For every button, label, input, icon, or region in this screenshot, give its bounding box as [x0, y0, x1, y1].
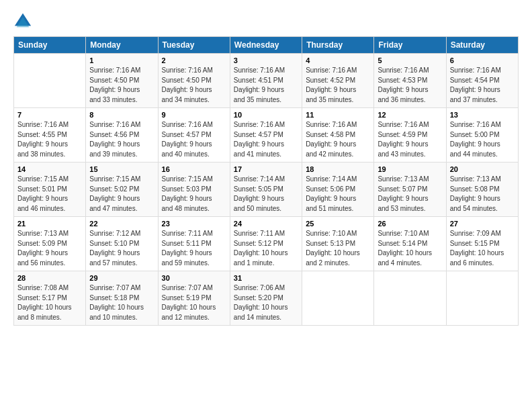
day-detail: Sunrise: 7:14 AM Sunset: 5:05 PM Dayligh… [234, 175, 298, 214]
week-row-3: 14Sunrise: 7:15 AM Sunset: 5:01 PM Dayli… [14, 163, 519, 217]
day-detail: Sunrise: 7:16 AM Sunset: 4:52 PM Dayligh… [306, 66, 370, 105]
calendar-body: 1Sunrise: 7:16 AM Sunset: 4:50 PM Daylig… [14, 54, 519, 326]
calendar-cell: 30Sunrise: 7:07 AM Sunset: 5:19 PM Dayli… [158, 271, 230, 326]
calendar-cell: 8Sunrise: 7:16 AM Sunset: 4:56 PM Daylig… [86, 108, 158, 163]
day-number: 2 [162, 56, 226, 64]
calendar-cell: 9Sunrise: 7:16 AM Sunset: 4:57 PM Daylig… [158, 108, 230, 163]
day-number: 3 [234, 56, 298, 64]
day-detail: Sunrise: 7:07 AM Sunset: 5:18 PM Dayligh… [89, 283, 154, 322]
calendar-cell: 29Sunrise: 7:07 AM Sunset: 5:18 PM Dayli… [86, 271, 158, 326]
day-detail: Sunrise: 7:15 AM Sunset: 5:03 PM Dayligh… [162, 175, 226, 214]
day-detail: Sunrise: 7:15 AM Sunset: 5:02 PM Dayligh… [89, 175, 154, 214]
day-number: 1 [89, 56, 154, 64]
day-number: 23 [162, 220, 226, 228]
calendar-cell: 11Sunrise: 7:16 AM Sunset: 4:58 PM Dayli… [302, 108, 374, 163]
day-detail: Sunrise: 7:06 AM Sunset: 5:20 PM Dayligh… [234, 283, 298, 322]
day-number: 13 [450, 111, 515, 119]
day-detail: Sunrise: 7:16 AM Sunset: 4:54 PM Dayligh… [450, 66, 515, 105]
calendar-cell: 27Sunrise: 7:09 AM Sunset: 5:15 PM Dayli… [446, 217, 518, 271]
column-header-sunday: Sunday [14, 37, 86, 54]
day-detail: Sunrise: 7:10 AM Sunset: 5:13 PM Dayligh… [306, 229, 370, 268]
calendar-cell: 17Sunrise: 7:14 AM Sunset: 5:05 PM Dayli… [230, 163, 302, 217]
day-detail: Sunrise: 7:11 AM Sunset: 5:11 PM Dayligh… [162, 229, 226, 268]
day-number: 26 [378, 220, 442, 228]
column-header-thursday: Thursday [302, 37, 374, 54]
day-number: 12 [378, 111, 442, 119]
day-number: 19 [378, 165, 442, 173]
day-number: 21 [17, 220, 82, 228]
calendar-cell: 6Sunrise: 7:16 AM Sunset: 4:54 PM Daylig… [446, 54, 518, 108]
day-number: 24 [234, 220, 298, 228]
day-number: 7 [17, 111, 82, 119]
calendar-cell: 25Sunrise: 7:10 AM Sunset: 5:13 PM Dayli… [302, 217, 374, 271]
column-header-friday: Friday [374, 37, 446, 54]
calendar-cell [446, 271, 518, 326]
logo-icon [13, 12, 32, 31]
day-number: 9 [162, 111, 226, 119]
day-number: 30 [162, 274, 226, 282]
calendar-cell: 4Sunrise: 7:16 AM Sunset: 4:52 PM Daylig… [302, 54, 374, 108]
day-number: 22 [89, 220, 154, 228]
day-number: 28 [17, 274, 82, 282]
calendar-cell: 5Sunrise: 7:16 AM Sunset: 4:53 PM Daylig… [374, 54, 446, 108]
day-detail: Sunrise: 7:13 AM Sunset: 5:09 PM Dayligh… [17, 229, 82, 268]
calendar-cell: 31Sunrise: 7:06 AM Sunset: 5:20 PM Dayli… [230, 271, 302, 326]
calendar-cell: 15Sunrise: 7:15 AM Sunset: 5:02 PM Dayli… [86, 163, 158, 217]
calendar-cell: 26Sunrise: 7:10 AM Sunset: 5:14 PM Dayli… [374, 217, 446, 271]
day-number: 29 [89, 274, 154, 282]
day-detail: Sunrise: 7:16 AM Sunset: 4:56 PM Dayligh… [89, 120, 154, 159]
day-detail: Sunrise: 7:16 AM Sunset: 4:59 PM Dayligh… [378, 120, 442, 159]
calendar-cell: 21Sunrise: 7:13 AM Sunset: 5:09 PM Dayli… [14, 217, 86, 271]
day-detail: Sunrise: 7:13 AM Sunset: 5:07 PM Dayligh… [378, 175, 442, 214]
day-number: 4 [306, 56, 370, 64]
calendar-table: SundayMondayTuesdayWednesdayThursdayFrid… [13, 36, 519, 326]
column-header-saturday: Saturday [446, 37, 518, 54]
day-number: 11 [306, 111, 370, 119]
day-number: 10 [234, 111, 298, 119]
calendar-cell: 10Sunrise: 7:16 AM Sunset: 4:57 PM Dayli… [230, 108, 302, 163]
day-number: 31 [234, 274, 298, 282]
calendar-cell: 2Sunrise: 7:16 AM Sunset: 4:50 PM Daylig… [158, 54, 230, 108]
day-number: 5 [378, 56, 442, 64]
week-row-2: 7Sunrise: 7:16 AM Sunset: 4:55 PM Daylig… [14, 108, 519, 163]
day-detail: Sunrise: 7:16 AM Sunset: 4:58 PM Dayligh… [306, 120, 370, 159]
day-number: 18 [306, 165, 370, 173]
week-row-5: 28Sunrise: 7:08 AM Sunset: 5:17 PM Dayli… [14, 271, 519, 326]
day-detail: Sunrise: 7:16 AM Sunset: 5:00 PM Dayligh… [450, 120, 515, 159]
calendar-cell: 23Sunrise: 7:11 AM Sunset: 5:11 PM Dayli… [158, 217, 230, 271]
week-row-4: 21Sunrise: 7:13 AM Sunset: 5:09 PM Dayli… [14, 217, 519, 271]
day-detail: Sunrise: 7:16 AM Sunset: 4:51 PM Dayligh… [234, 66, 298, 105]
day-detail: Sunrise: 7:16 AM Sunset: 4:57 PM Dayligh… [162, 120, 226, 159]
day-detail: Sunrise: 7:09 AM Sunset: 5:15 PM Dayligh… [450, 229, 515, 268]
calendar-cell: 14Sunrise: 7:15 AM Sunset: 5:01 PM Dayli… [14, 163, 86, 217]
column-header-wednesday: Wednesday [230, 37, 302, 54]
calendar-cell: 12Sunrise: 7:16 AM Sunset: 4:59 PM Dayli… [374, 108, 446, 163]
day-detail: Sunrise: 7:12 AM Sunset: 5:10 PM Dayligh… [89, 229, 154, 268]
day-detail: Sunrise: 7:13 AM Sunset: 5:08 PM Dayligh… [450, 175, 515, 214]
calendar-cell: 28Sunrise: 7:08 AM Sunset: 5:17 PM Dayli… [14, 271, 86, 326]
calendar-cell: 7Sunrise: 7:16 AM Sunset: 4:55 PM Daylig… [14, 108, 86, 163]
calendar-cell: 24Sunrise: 7:11 AM Sunset: 5:12 PM Dayli… [230, 217, 302, 271]
calendar-cell [14, 54, 86, 108]
day-detail: Sunrise: 7:14 AM Sunset: 5:06 PM Dayligh… [306, 175, 370, 214]
day-detail: Sunrise: 7:11 AM Sunset: 5:12 PM Dayligh… [234, 229, 298, 268]
calendar-cell: 3Sunrise: 7:16 AM Sunset: 4:51 PM Daylig… [230, 54, 302, 108]
day-detail: Sunrise: 7:16 AM Sunset: 4:50 PM Dayligh… [162, 66, 226, 105]
day-number: 8 [89, 111, 154, 119]
calendar-cell: 16Sunrise: 7:15 AM Sunset: 5:03 PM Dayli… [158, 163, 230, 217]
day-detail: Sunrise: 7:16 AM Sunset: 4:50 PM Dayligh… [89, 66, 154, 105]
column-header-monday: Monday [86, 37, 158, 54]
calendar-cell: 20Sunrise: 7:13 AM Sunset: 5:08 PM Dayli… [446, 163, 518, 217]
week-row-1: 1Sunrise: 7:16 AM Sunset: 4:50 PM Daylig… [14, 54, 519, 108]
calendar-cell: 19Sunrise: 7:13 AM Sunset: 5:07 PM Dayli… [374, 163, 446, 217]
day-number: 25 [306, 220, 370, 228]
day-detail: Sunrise: 7:08 AM Sunset: 5:17 PM Dayligh… [17, 283, 82, 322]
header [13, 12, 519, 31]
calendar-cell [302, 271, 374, 326]
day-detail: Sunrise: 7:07 AM Sunset: 5:19 PM Dayligh… [162, 283, 226, 322]
day-number: 27 [450, 220, 515, 228]
day-number: 6 [450, 56, 515, 64]
day-detail: Sunrise: 7:16 AM Sunset: 4:55 PM Dayligh… [17, 120, 82, 159]
calendar-cell [374, 271, 446, 326]
day-number: 20 [450, 165, 515, 173]
